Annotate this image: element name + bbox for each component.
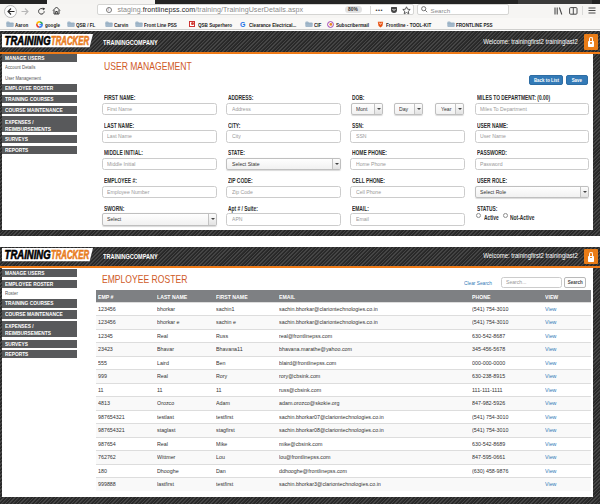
svg-text:TRAINING: TRAINING — [4, 35, 50, 48]
svg-text:TRAINING: TRAINING — [4, 249, 50, 262]
svg-text:TRACKER: TRACKER — [51, 35, 90, 48]
svg-text:TRACKER: TRACKER — [51, 249, 90, 262]
